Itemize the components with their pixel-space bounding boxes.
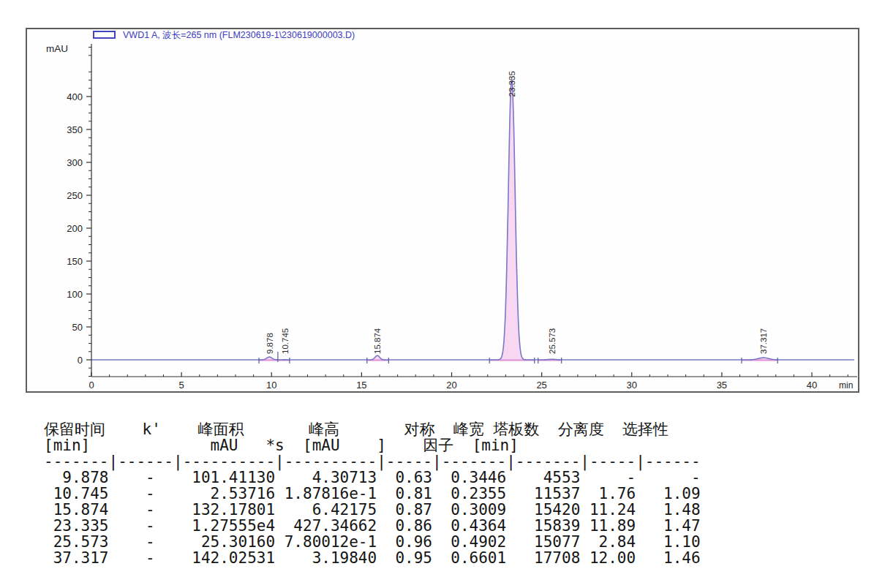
svg-text:10: 10 — [266, 380, 276, 391]
svg-text:300: 300 — [67, 157, 83, 168]
svg-text:15: 15 — [356, 380, 366, 391]
svg-text:350: 350 — [67, 124, 83, 135]
svg-text:9.878: 9.878 — [266, 333, 274, 354]
svg-text:0: 0 — [78, 355, 83, 366]
peak-table: 保留时间 k' 峰面积 峰高 对称 峰宽 塔板数 分离度 选择性 [min] m… — [44, 421, 701, 566]
svg-text:50: 50 — [72, 322, 83, 333]
chromatogram-frame: VWD1 A, 波长=265 nm (FLM230619-1\230619000… — [26, 28, 859, 393]
svg-text:20: 20 — [446, 380, 456, 391]
svg-text:40: 40 — [807, 380, 817, 391]
svg-text:25: 25 — [536, 380, 546, 391]
hplc-report-page: VWD1 A, 波长=265 nm (FLM230619-1\230619000… — [0, 0, 885, 588]
svg-text:37.317: 37.317 — [759, 328, 768, 354]
svg-text:100: 100 — [67, 289, 83, 300]
svg-text:200: 200 — [67, 223, 83, 234]
svg-text:150: 150 — [67, 256, 83, 267]
svg-text:10.745: 10.745 — [281, 328, 290, 354]
svg-text:0: 0 — [88, 380, 94, 391]
svg-text:min: min — [839, 380, 853, 391]
svg-text:35: 35 — [717, 380, 727, 391]
svg-text:23.335: 23.335 — [508, 71, 516, 97]
svg-text:25.573: 25.573 — [548, 328, 557, 354]
svg-text:5: 5 — [179, 380, 184, 391]
svg-text:30: 30 — [627, 380, 637, 391]
svg-text:400: 400 — [67, 91, 83, 102]
svg-text:250: 250 — [67, 190, 83, 201]
chromatogram-plot: 050100150200250300350400mAU0510152025303… — [27, 29, 858, 391]
svg-text:15.874: 15.874 — [373, 328, 382, 354]
svg-text:mAU: mAU — [46, 43, 68, 54]
